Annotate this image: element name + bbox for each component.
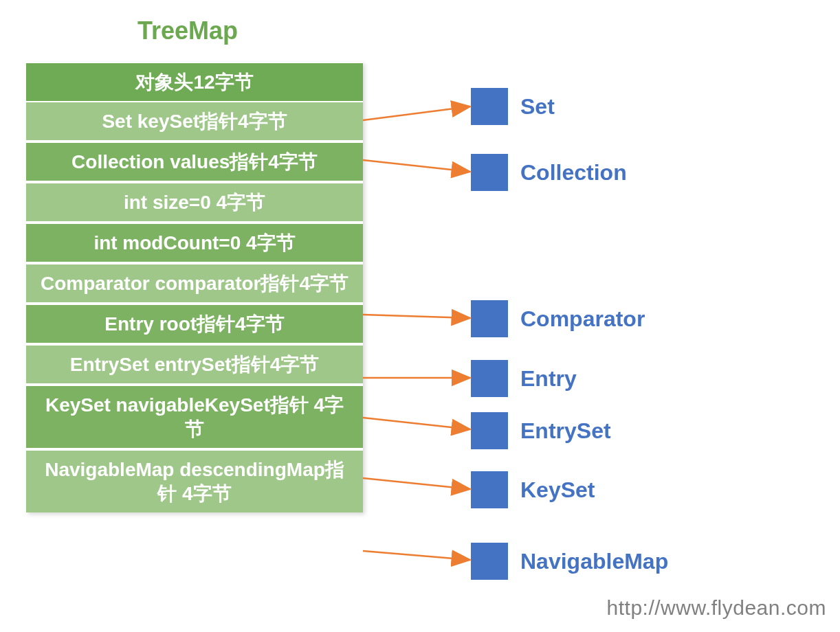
memory-row: Entry root指针4字节 [26, 305, 363, 346]
memory-row: Set keySet指针4字节 [26, 102, 363, 143]
pointer-target-label: Entry [520, 366, 577, 392]
arrow [363, 551, 470, 560]
memory-row: NavigableMap descendingMap指针 4字节 [26, 451, 363, 512]
pointer-target: KeySet [471, 471, 595, 508]
treemap-memory-layout: 对象头12字节Set keySet指针4字节Collection values指… [26, 62, 363, 512]
object-box-icon [471, 88, 508, 125]
object-box-icon [471, 300, 508, 337]
pointer-target: Collection [471, 154, 627, 191]
memory-row: Collection values指针4字节 [26, 143, 363, 183]
pointer-target-label: Set [520, 94, 555, 120]
pointer-target: Comparator [471, 300, 645, 337]
pointer-target-label: Collection [520, 160, 627, 185]
pointer-target-label: Comparator [520, 306, 645, 332]
pointer-target-label: EntrySet [520, 418, 611, 444]
arrow [363, 160, 470, 172]
pointer-target: Entry [471, 360, 577, 397]
watermark: http://www.flydean.com [607, 596, 826, 620]
arrow [363, 478, 470, 489]
pointer-target: EntrySet [471, 412, 611, 449]
pointer-target-label: NavigableMap [520, 549, 668, 574]
object-box-icon [471, 360, 508, 397]
arrow [363, 106, 470, 120]
arrow [363, 315, 470, 318]
memory-row: KeySet navigableKeySet指针 4字节 [26, 386, 363, 451]
object-box-icon [471, 543, 508, 580]
memory-row: EntrySet entrySet指针4字节 [26, 346, 363, 386]
object-box-icon [471, 471, 508, 508]
object-box-icon [471, 154, 508, 191]
object-box-icon [471, 412, 508, 449]
memory-row: int size=0 4字节 [26, 183, 363, 224]
arrow [363, 418, 470, 429]
diagram-title: TreeMap [137, 16, 238, 45]
memory-row: Comparator comparator指针4字节 [26, 264, 363, 305]
pointer-target-label: KeySet [520, 477, 595, 503]
memory-row: int modCount=0 4字节 [26, 224, 363, 264]
pointer-target: Set [471, 88, 555, 125]
memory-row: 对象头12字节 [26, 63, 363, 102]
pointer-target: NavigableMap [471, 543, 668, 580]
